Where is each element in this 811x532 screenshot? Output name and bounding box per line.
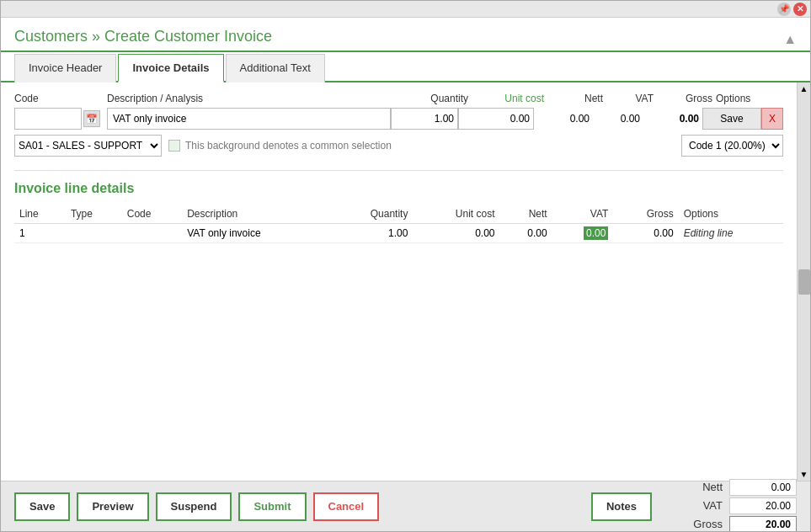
totals-nett-row: Nett 0.00 <box>672 479 797 496</box>
totals-vat-value: 20.00 <box>729 497 797 514</box>
main-window: 📌 ✕ Customers » Create Customer Invoice … <box>0 0 811 532</box>
vat-display: 0.00 <box>593 113 643 125</box>
cell-vat: 0.00 <box>552 224 614 243</box>
invoice-line-input-row: 📅 0.00 0.00 0.00 Save X <box>14 108 783 130</box>
quantity-input[interactable] <box>391 108 458 130</box>
totals-nett-label: Nett <box>672 481 723 493</box>
table-header-row: Line Type Code Description Quantity Unit… <box>14 205 783 224</box>
code-input-wrap: 📅 <box>14 108 107 130</box>
pin-button[interactable]: 📌 <box>777 3 791 16</box>
scroll-up-arrow[interactable]: ▲ <box>783 32 797 47</box>
page-header: Customers » Create Customer Invoice ▲ <box>1 18 810 52</box>
close-button[interactable]: ✕ <box>793 3 807 16</box>
tab-invoice-details[interactable]: Invoice Details <box>118 54 223 82</box>
th-description: Description <box>182 205 329 224</box>
th-type: Type <box>66 205 122 224</box>
tabs-container: Invoice Header Invoice Details Additiona… <box>1 52 810 82</box>
totals-gross-value: 20.00 <box>729 516 797 532</box>
cell-gross: 0.00 <box>613 224 678 243</box>
description-input[interactable] <box>107 108 391 130</box>
cell-nett: 0.00 <box>500 224 552 243</box>
analysis-select[interactable]: SA01 - SALES - SUPPORT <box>14 135 162 157</box>
titlebar: 📌 ✕ <box>1 1 810 18</box>
totals-vat-row: VAT 20.00 <box>672 497 797 514</box>
line-save-button[interactable]: Save <box>702 108 761 130</box>
content-area: Code Description / Analysis Quantity Uni… <box>1 82 810 481</box>
header-description: Description / Analysis <box>107 93 404 104</box>
cell-code <box>122 224 182 243</box>
totals-gross-row: Gross 20.00 <box>672 516 797 532</box>
tab-additional-text[interactable]: Additional Text <box>226 54 325 82</box>
header-options: Options <box>716 93 783 104</box>
header-unit-cost: Unit cost <box>472 93 547 104</box>
table-row: 1 VAT only invoice 1.00 0.00 0.00 0.00 <box>14 224 783 243</box>
common-selection-checkbox <box>168 140 180 152</box>
footer: Save Preview Suspend Submit Cancel Notes… <box>1 481 810 531</box>
submit-button[interactable]: Submit <box>238 492 306 521</box>
vat-code-select[interactable]: Code 1 (20.00%) <box>681 135 783 157</box>
scrollbar[interactable]: ▲ ▼ <box>797 82 810 481</box>
divider <box>14 170 783 171</box>
save-button[interactable]: Save <box>14 492 70 521</box>
totals-vat-label: VAT <box>672 499 723 512</box>
nett-display: 0.00 <box>534 113 593 125</box>
header-vat: VAT <box>606 93 657 104</box>
scroll-up-icon[interactable]: ▲ <box>800 84 808 93</box>
totals-section: Nett 0.00 VAT 20.00 Gross 20.00 <box>672 479 797 532</box>
column-headers: Code Description / Analysis Quantity Uni… <box>14 93 783 104</box>
notes-button[interactable]: Notes <box>591 492 652 521</box>
scroll-down-icon[interactable]: ▼ <box>800 470 808 479</box>
scroll-handle[interactable] <box>798 269 810 295</box>
header-quantity: Quantity <box>404 93 472 104</box>
line-details-table: Line Type Code Description Quantity Unit… <box>14 205 783 243</box>
line-cancel-button[interactable]: X <box>761 108 783 130</box>
preview-button[interactable]: Preview <box>77 492 148 521</box>
totals-nett-value: 0.00 <box>729 479 797 496</box>
th-code: Code <box>122 205 182 224</box>
calendar-icon[interactable]: 📅 <box>83 110 100 127</box>
header-code: Code <box>14 93 107 104</box>
page-title: Customers » Create Customer Invoice <box>14 28 272 51</box>
suspend-button[interactable]: Suspend <box>156 492 232 521</box>
editing-line-label: Editing line <box>684 227 734 239</box>
cell-line: 1 <box>14 224 66 243</box>
vat-highlighted-value: 0.00 <box>584 226 608 240</box>
invoice-line-details-section: Invoice line details Line Type Code Desc… <box>14 181 783 243</box>
code-input[interactable] <box>14 108 82 130</box>
tab-content: Code Description / Analysis Quantity Uni… <box>1 82 797 481</box>
cell-quantity: 1.00 <box>329 224 414 243</box>
common-selection-text: This background denotes a common selecti… <box>185 140 392 152</box>
th-gross: Gross <box>613 205 678 224</box>
cell-unit-cost: 0.00 <box>413 224 499 243</box>
cancel-button[interactable]: Cancel <box>313 492 380 521</box>
cell-type <box>66 224 122 243</box>
unit-cost-input[interactable] <box>458 108 534 130</box>
cell-description: VAT only invoice <box>182 224 329 243</box>
th-vat: VAT <box>552 205 614 224</box>
tab-invoice-header[interactable]: Invoice Header <box>14 54 116 82</box>
header-gross: Gross <box>657 93 716 104</box>
header-nett: Nett <box>547 93 606 104</box>
th-quantity: Quantity <box>329 205 414 224</box>
common-selection-note: This background denotes a common selecti… <box>168 140 675 152</box>
section-title: Invoice line details <box>14 181 783 196</box>
main-content: Customers » Create Customer Invoice ▲ In… <box>1 18 810 531</box>
cell-options: Editing line <box>679 224 783 243</box>
th-line: Line <box>14 205 66 224</box>
totals-gross-label: Gross <box>672 518 723 530</box>
gross-display: 0.00 <box>643 113 702 125</box>
th-nett: Nett <box>500 205 552 224</box>
th-unit-cost: Unit cost <box>413 205 499 224</box>
th-options: Options <box>679 205 783 224</box>
analysis-row: SA01 - SALES - SUPPORT This background d… <box>14 135 783 157</box>
